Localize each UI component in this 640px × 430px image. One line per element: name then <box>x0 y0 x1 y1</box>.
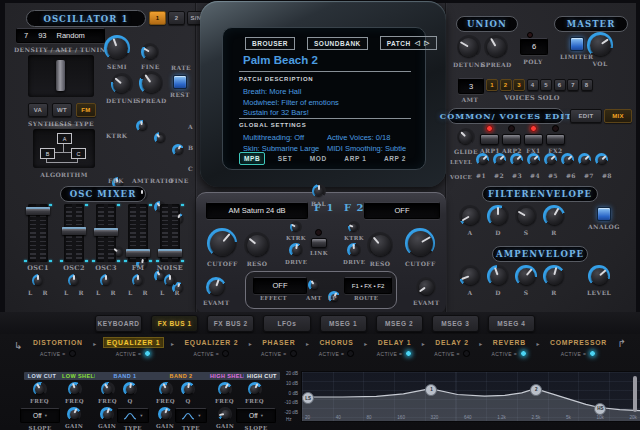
tab-mseg-3[interactable]: MSEG 3 <box>432 315 479 332</box>
fx-equalizer-1[interactable]: EQUALIZER 1 <box>104 338 164 347</box>
screen-tab-arp1[interactable]: ARP 1 <box>339 152 371 165</box>
screen-tab-set[interactable]: SET <box>273 152 297 165</box>
analog-button[interactable] <box>597 207 611 221</box>
eq-band-chip-band-1[interactable]: BAND 1 <box>95 372 155 380</box>
band1-q-knob[interactable] <box>123 382 137 396</box>
fx-equalizer-1-led[interactable] <box>144 350 151 357</box>
fm-pan-knob[interactable] <box>132 274 145 287</box>
fx-reverb-led[interactable] <box>520 350 527 357</box>
f2-drive-knob[interactable] <box>347 243 361 257</box>
fx-phaser-led[interactable] <box>290 350 297 357</box>
band1-type-dropdown[interactable]: ▾ <box>117 408 149 423</box>
soundbank-button[interactable]: SOUNDBANK <box>307 37 368 50</box>
fx-distortion[interactable]: DISTORTION <box>30 338 86 347</box>
vol-knob[interactable] <box>587 32 613 58</box>
fm-a-amt-knob[interactable] <box>136 120 148 132</box>
osc3-fader-handle[interactable] <box>94 228 118 236</box>
eq-band-chip-high-shelf[interactable]: HIGH SHELF <box>207 372 247 380</box>
osc-detune-knob[interactable] <box>111 73 133 95</box>
fx2-switch[interactable] <box>546 134 565 145</box>
aenv-release-knob[interactable] <box>543 265 565 287</box>
band1-gain-knob[interactable] <box>100 407 114 421</box>
aenv-attack-knob[interactable] <box>459 265 481 287</box>
synth-type-va[interactable]: VA <box>28 103 48 117</box>
f2-cutoff-knob[interactable] <box>405 228 435 258</box>
osc-spread-knob[interactable] <box>139 71 163 95</box>
fenv-attack-knob[interactable] <box>459 205 481 227</box>
arp1-switch[interactable] <box>480 134 499 145</box>
eq-handle-LS[interactable]: LS <box>302 392 314 404</box>
solo-voice-6[interactable]: 6 <box>554 79 566 91</box>
f2-reso-knob[interactable] <box>367 232 393 258</box>
aenv-decay-knob[interactable] <box>487 265 509 287</box>
glide-knob[interactable] <box>457 128 475 146</box>
f1-ktrk-knob[interactable] <box>290 221 302 233</box>
screen-tab-mod[interactable]: MOD <box>305 152 332 165</box>
solo-voice-7[interactable]: 7 <box>567 79 579 91</box>
noise-pan-knob[interactable] <box>164 274 177 287</box>
patch-prev-icon[interactable]: ◁ <box>415 39 421 47</box>
lowshelf-gain-knob[interactable] <box>67 407 81 421</box>
voice4-level-knob[interactable] <box>527 153 540 166</box>
eq-band-chip-band-2[interactable]: BAND 2 <box>153 372 209 380</box>
tab-fx-bus-1[interactable]: FX BUS 1 <box>151 315 198 332</box>
f2-ktrk-knob[interactable] <box>348 221 360 233</box>
voice1-level-knob[interactable] <box>476 153 489 166</box>
osc2-fader-handle[interactable] <box>62 227 86 235</box>
union-amt-display[interactable]: 3 <box>458 78 484 94</box>
limiter-button[interactable] <box>570 37 584 51</box>
fm-b-ktrk-knob[interactable] <box>112 177 124 189</box>
solo-voice-2[interactable]: 2 <box>500 79 512 91</box>
f1-drive-knob[interactable] <box>289 243 303 257</box>
patch-next-icon[interactable]: ▷ <box>424 39 430 47</box>
band1-freq-knob[interactable] <box>101 382 115 396</box>
osc2-pan-knob[interactable] <box>68 274 81 287</box>
fx1-switch[interactable] <box>524 134 543 145</box>
osc1-fader[interactable] <box>28 204 48 262</box>
f1-cutoff-knob[interactable] <box>207 228 237 258</box>
link-switch[interactable] <box>311 238 327 248</box>
eq-band-chip-high-cut[interactable]: HIGH CUT <box>244 372 280 380</box>
band2-freq-knob[interactable] <box>159 382 173 396</box>
fx-compressor[interactable]: COMPRESSOR <box>547 338 610 347</box>
filter2-type-display[interactable]: OFF <box>364 202 440 219</box>
amp-level-knob[interactable] <box>588 265 610 287</box>
solo-voice-8[interactable]: 8 <box>581 79 593 91</box>
fx-delay-2-led[interactable] <box>463 350 470 357</box>
fx-phaser[interactable]: PHASER <box>259 338 298 347</box>
eq-band-chip-low-shelf[interactable]: LOW SHELF <box>59 372 97 380</box>
eq-handle-2[interactable]: 2 <box>530 384 542 396</box>
fm-fader-handle[interactable] <box>126 249 150 257</box>
effect-display[interactable]: OFF <box>253 277 307 294</box>
fx-distortion-led[interactable] <box>69 350 76 357</box>
tab-mseg-2[interactable]: MSEG 2 <box>376 315 423 332</box>
fx-equalizer-2[interactable]: EQUALIZER 2 <box>181 338 241 347</box>
semi-knob[interactable] <box>104 35 130 61</box>
union-detune-knob[interactable] <box>457 35 481 59</box>
screen-tab-mpb[interactable]: MPB <box>239 152 265 165</box>
effect-amt-knob[interactable] <box>308 279 320 291</box>
osc-tab-2[interactable]: 2 <box>168 11 185 25</box>
voice5-level-knob[interactable] <box>544 153 557 166</box>
union-spread-knob[interactable] <box>484 35 508 59</box>
fenv-sustain-knob[interactable] <box>515 205 537 227</box>
fx-chorus-led[interactable] <box>347 350 354 357</box>
voice8-level-knob[interactable] <box>595 153 608 166</box>
eq-handle-1[interactable]: 1 <box>425 384 437 396</box>
voice3-level-knob[interactable] <box>510 153 523 166</box>
fx-reverb[interactable]: REVERB <box>490 338 529 347</box>
highcut-slope-dropdown[interactable]: Off▾ <box>236 408 276 423</box>
fm-c-fbk-knob[interactable] <box>112 246 124 258</box>
solo-voice-3[interactable]: 3 <box>513 79 525 91</box>
route-display[interactable]: F1 • FX • F2 <box>344 277 392 294</box>
voice7-level-knob[interactable] <box>578 153 591 166</box>
noise-fader-handle[interactable] <box>158 249 182 257</box>
browser-button[interactable]: BROUSER <box>245 37 295 50</box>
setting-multithreading[interactable]: Multithreading: Off <box>243 132 319 143</box>
fx-compressor-led[interactable] <box>589 350 596 357</box>
edit-button[interactable]: EDIT <box>570 109 602 123</box>
band2-type-dropdown[interactable]: ▾ <box>175 408 207 423</box>
tab-lfos[interactable]: LFOs <box>263 315 310 332</box>
osc-tab-1[interactable]: 1 <box>149 11 166 25</box>
highshelf-freq-knob[interactable] <box>218 382 232 396</box>
